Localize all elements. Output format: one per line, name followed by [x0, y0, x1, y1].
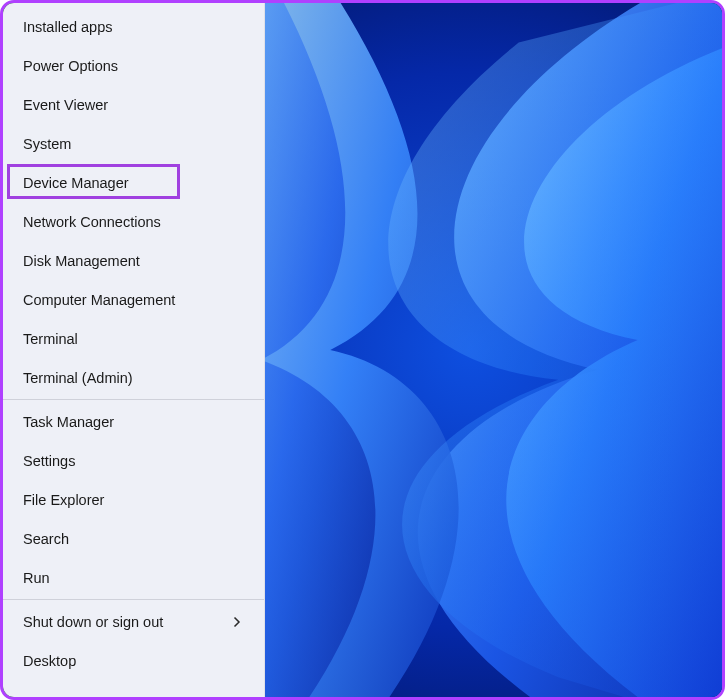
menu-item-label: Shut down or sign out [23, 614, 163, 630]
menu-item-label: Run [23, 570, 50, 586]
menu-item-settings[interactable]: Settings [9, 441, 258, 480]
menu-divider [3, 399, 264, 400]
winx-power-user-menu[interactable]: Installed appsPower OptionsEvent ViewerS… [3, 3, 265, 697]
menu-item-event-viewer[interactable]: Event Viewer [9, 85, 258, 124]
menu-item-run[interactable]: Run [9, 558, 258, 597]
menu-item-search[interactable]: Search [9, 519, 258, 558]
menu-item-device-manager[interactable]: Device Manager [9, 163, 258, 202]
menu-item-label: Disk Management [23, 253, 140, 269]
menu-item-label: Desktop [23, 653, 76, 669]
menu-item-label: Computer Management [23, 292, 175, 308]
menu-item-network-connections[interactable]: Network Connections [9, 202, 258, 241]
menu-item-desktop[interactable]: Desktop [9, 641, 258, 680]
menu-divider [3, 599, 264, 600]
menu-item-label: File Explorer [23, 492, 104, 508]
menu-item-label: Device Manager [23, 175, 129, 191]
menu-item-label: Power Options [23, 58, 118, 74]
menu-item-shut-down-sign-out[interactable]: Shut down or sign out [9, 602, 258, 641]
menu-item-terminal-admin[interactable]: Terminal (Admin) [9, 358, 258, 397]
screenshot-viewport: Installed appsPower OptionsEvent ViewerS… [0, 0, 725, 700]
chevron-right-icon [230, 615, 244, 629]
menu-item-label: Terminal (Admin) [23, 370, 133, 386]
menu-item-disk-management[interactable]: Disk Management [9, 241, 258, 280]
menu-item-system[interactable]: System [9, 124, 258, 163]
menu-item-label: Task Manager [23, 414, 114, 430]
menu-item-label: Network Connections [23, 214, 161, 230]
menu-item-installed-apps[interactable]: Installed apps [9, 7, 258, 46]
menu-item-file-explorer[interactable]: File Explorer [9, 480, 258, 519]
menu-item-terminal[interactable]: Terminal [9, 319, 258, 358]
menu-item-label: Event Viewer [23, 97, 108, 113]
menu-item-computer-management[interactable]: Computer Management [9, 280, 258, 319]
menu-item-label: Search [23, 531, 69, 547]
menu-item-power-options[interactable]: Power Options [9, 46, 258, 85]
menu-item-label: Terminal [23, 331, 78, 347]
menu-item-label: System [23, 136, 71, 152]
menu-item-label: Settings [23, 453, 75, 469]
menu-item-label: Installed apps [23, 19, 112, 35]
menu-item-task-manager[interactable]: Task Manager [9, 402, 258, 441]
